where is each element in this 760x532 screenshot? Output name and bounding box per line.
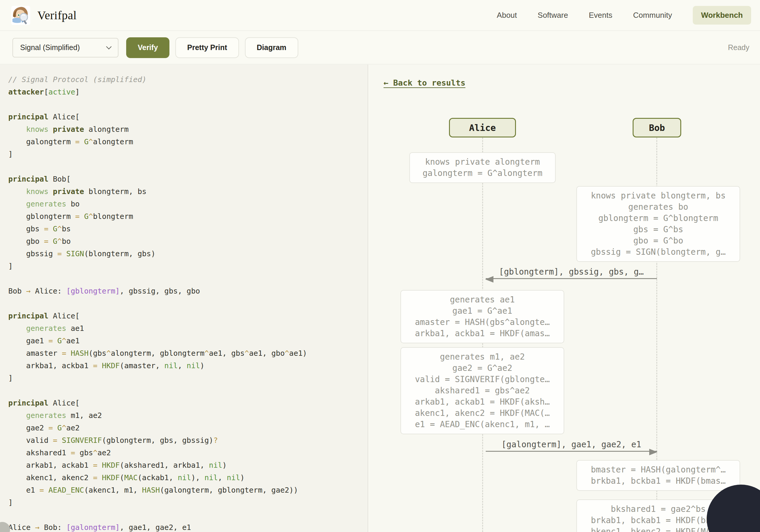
example-select-value: Signal (Simplified) [20,43,80,52]
note-line: gblongterm = G^blongterm [581,213,736,224]
nav-software[interactable]: Software [538,11,568,20]
nav-events[interactable]: Events [589,11,612,20]
note-line: knows private blongterm, bs [581,190,736,201]
note-line: amaster = HASH(gbs^alongte… [405,317,559,328]
actor-alice: Alice [449,118,516,137]
note-line: e1 = AEAD_ENC(akenc1, m1, … [405,419,559,430]
arrowhead-right-icon [649,449,657,455]
main-content: // Signal Protocol (simplified)attacker[… [0,65,760,532]
code-editor[interactable]: // Signal Protocol (simplified)attacker[… [0,65,367,532]
arrowhead-left-icon [485,276,494,283]
code-line: principal Alice[ [8,397,364,410]
app-header: Verifpal About Software Events Community… [0,0,760,31]
code-line: principal Bob[ [8,173,364,185]
code-line: ] [8,372,364,384]
code-line: ] [8,260,364,272]
note-line: gbssig = SIGN(blongterm, g… [581,246,736,258]
note-line: generates bo [581,201,736,213]
code-line: // Signal Protocol (simplified) [8,73,364,86]
message-bob-to-alice: [gblongterm], gbssig, gbs, g… [486,267,657,279]
code-line: gae2 = G^ae2 [8,422,364,434]
back-to-results-link[interactable]: ← Back to results [384,78,465,87]
verifpal-mascot-icon [11,6,30,25]
note-line: valid = SIGNVERIF(gblongte… [405,374,559,385]
code-line: generates bo [8,198,364,210]
message-line [486,451,657,452]
note-line: arkab1, ackab1 = HKDF(aksh… [405,396,559,408]
code-line: valid = SIGNVERIF(gblongterm, gbs, gbssi… [8,434,364,447]
note-line: generates m1, ae2 [405,351,559,363]
code-line: gbo = G^bo [8,235,364,248]
code-line: knows private blongterm, bs [8,185,364,198]
nav-community[interactable]: Community [633,11,672,20]
code-line: attacker[active] [8,86,364,98]
brand-title: Verifpal [37,8,77,22]
code-line [8,297,364,310]
note-line: gbo = G^bo [581,235,736,246]
actor-bob: Bob [633,118,681,137]
note-line: bmaster = HASH(galongterm^… [581,464,736,475]
code-line: akshared1 = gbs^ae2 [8,447,364,459]
code-line: arkab1, ackab1 = HKDF(akshared1, arkba1,… [8,459,364,471]
verify-button[interactable]: Verify [126,37,169,58]
code-line: principal Alice[ [8,310,364,322]
code-line: generates ae1 [8,322,364,335]
note-alice-generates-ae1: generates ae1gae1 = G^ae1amaster = HASH(… [401,290,564,343]
code-line: gbssig = SIGN(blongterm, gbs) [8,248,364,260]
main-nav: About Software Events Community Workbenc… [497,6,751,24]
note-line: brkba1, bckba1 = HKDF(bmas… [581,475,736,487]
code-line [8,509,364,521]
code-panel: // Signal Protocol (simplified)attacker[… [0,65,368,532]
workbench-toolbar: Signal (Simplified) Verify Pretty Print … [0,31,760,64]
message-alice-to-bob: [galongterm], gae1, gae2, e1 [486,440,657,452]
nav-workbench[interactable]: Workbench [693,6,751,24]
message-line [486,278,657,279]
code-line: principal Alice[ [8,111,364,123]
code-line [8,384,364,397]
code-line [8,98,364,111]
code-line: e1 = AEAD_ENC(akenc1, m1, HASH(galongter… [8,484,364,497]
note-line: gae2 = G^ae2 [405,363,559,374]
chevron-down-icon [106,44,111,49]
note-line: gae1 = G^ae1 [405,306,559,317]
code-line: arkba1, ackba1 = HKDF(amaster, nil, nil) [8,360,364,372]
pretty-print-button[interactable]: Pretty Print [175,37,239,58]
example-select[interactable]: Signal (Simplified) [13,38,119,58]
code-line: ] [8,148,364,161]
code-line: gbs = G^bs [8,223,364,235]
note-line: arkba1, ackba1 = HKDF(amas… [405,328,559,339]
code-line: gae1 = G^ae1 [8,335,364,347]
code-line [8,272,364,285]
code-line: amaster = HASH(gbs^alongterm, gblongterm… [8,347,364,360]
note-line: knows private alongterm [414,156,551,168]
note-line: akenc1, akenc2 = HKDF(MAC(… [405,408,559,419]
note-line: akshared1 = gbs^ae2 [405,385,559,396]
code-line: akenc1, akenc2 = HKDF(MAC(ackab1, nil), … [8,471,364,484]
code-line: gblongterm = G^blongterm [8,210,364,223]
note-line: galongterm = G^alongterm [414,168,551,179]
code-line: Bob → Alice: [gblongterm], gbssig, gbs, … [8,285,364,297]
nav-about[interactable]: About [497,11,517,20]
message-label: [galongterm], gae1, gae2, e1 [486,440,657,450]
message-label: [gblongterm], gbssig, gbs, g… [486,267,657,277]
verifpal-logo[interactable] [11,6,30,25]
note-bob-bmaster: bmaster = HASH(galongterm^…brkba1, bckba… [576,460,740,491]
note-alice-knows: knows private alongtermgalongterm = G^al… [409,152,556,183]
diagram-panel: ← Back to results Alice Bob knows privat… [369,65,760,532]
note-line: generates ae1 [405,294,559,306]
note-alice-generates-m1: generates m1, ae2gae2 = G^ae2valid = SIG… [401,347,564,434]
note-bob-knows: knows private blongterm, bsgenerates bog… [576,186,740,262]
diagram-button[interactable]: Diagram [245,37,298,58]
code-line: ] [8,497,364,509]
code-line: knows private alongterm [8,123,364,136]
code-line: Alice → Bob: [galongterm], gae1, gae2, e… [8,521,364,532]
note-line: gbs = G^bs [581,224,736,235]
code-line: generates m1, ae2 [8,410,364,422]
code-line [8,161,364,173]
code-line: galongterm = G^alongterm [8,136,364,148]
status-indicator: Ready [728,43,749,52]
